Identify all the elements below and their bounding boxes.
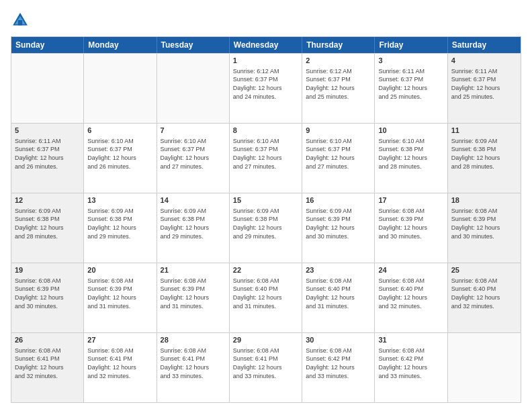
day-info: Sunrise: 6:08 AM Sunset: 6:42 PM Dayligh… [378,347,443,380]
day-header-wednesday: Wednesday [230,37,302,53]
day-info: Sunrise: 6:08 AM Sunset: 6:41 PM Dayligh… [161,347,226,380]
day-cell-3: 3Sunrise: 6:11 AM Sunset: 6:37 PM Daylig… [375,54,447,123]
day-cell-13: 13Sunrise: 6:09 AM Sunset: 6:38 PM Dayli… [84,193,157,263]
calendar-row-5: 26Sunrise: 6:08 AM Sunset: 6:41 PM Dayli… [11,332,521,402]
page-header [11,11,521,30]
day-info: Sunrise: 6:10 AM Sunset: 6:38 PM Dayligh… [378,137,443,171]
day-number: 4 [451,56,517,66]
calendar-header-row: SundayMondayTuesdayWednesdayThursdayFrid… [11,37,521,53]
day-number: 7 [161,126,226,136]
day-info: Sunrise: 6:12 AM Sunset: 6:37 PM Dayligh… [306,67,371,101]
day-cell-26: 26Sunrise: 6:08 AM Sunset: 6:41 PM Dayli… [11,333,84,402]
day-info: Sunrise: 6:08 AM Sunset: 6:41 PM Dayligh… [87,347,152,380]
day-info: Sunrise: 6:10 AM Sunset: 6:37 PM Dayligh… [87,137,152,171]
day-header-saturday: Saturday [448,37,521,53]
day-info: Sunrise: 6:09 AM Sunset: 6:38 PM Dayligh… [233,207,298,240]
day-cell-27: 27Sunrise: 6:08 AM Sunset: 6:41 PM Dayli… [84,333,157,402]
day-cell-1: 1Sunrise: 6:12 AM Sunset: 6:37 PM Daylig… [230,54,302,123]
day-info: Sunrise: 6:08 AM Sunset: 6:40 PM Dayligh… [233,277,298,310]
calendar-body: 1Sunrise: 6:12 AM Sunset: 6:37 PM Daylig… [11,53,521,402]
empty-cell-0-0 [11,54,84,123]
day-cell-30: 30Sunrise: 6:08 AM Sunset: 6:42 PM Dayli… [302,333,375,402]
day-number: 27 [87,335,152,345]
day-cell-31: 31Sunrise: 6:08 AM Sunset: 6:42 PM Dayli… [375,333,447,402]
day-number: 25 [451,265,517,275]
day-cell-17: 17Sunrise: 6:08 AM Sunset: 6:39 PM Dayli… [375,193,447,263]
day-cell-20: 20Sunrise: 6:08 AM Sunset: 6:39 PM Dayli… [84,263,157,332]
logo-icon [11,11,30,30]
day-number: 21 [161,265,226,275]
calendar: SundayMondayTuesdayWednesdayThursdayFrid… [11,36,521,403]
day-info: Sunrise: 6:08 AM Sunset: 6:40 PM Dayligh… [306,277,371,310]
day-number: 31 [378,335,443,345]
day-info: Sunrise: 6:08 AM Sunset: 6:39 PM Dayligh… [161,277,226,310]
day-number: 2 [306,56,371,66]
day-info: Sunrise: 6:09 AM Sunset: 6:38 PM Dayligh… [15,207,80,240]
day-info: Sunrise: 6:08 AM Sunset: 6:39 PM Dayligh… [87,277,152,310]
day-number: 30 [306,335,371,345]
day-number: 5 [15,126,80,136]
day-header-tuesday: Tuesday [157,37,230,53]
day-header-friday: Friday [375,37,447,53]
day-cell-12: 12Sunrise: 6:09 AM Sunset: 6:38 PM Dayli… [11,193,84,263]
day-header-thursday: Thursday [302,37,375,53]
calendar-row-3: 12Sunrise: 6:09 AM Sunset: 6:38 PM Dayli… [11,193,521,263]
day-info: Sunrise: 6:09 AM Sunset: 6:38 PM Dayligh… [451,137,517,171]
day-cell-8: 8Sunrise: 6:10 AM Sunset: 6:37 PM Daylig… [230,124,302,193]
day-info: Sunrise: 6:11 AM Sunset: 6:37 PM Dayligh… [378,67,443,101]
day-info: Sunrise: 6:10 AM Sunset: 6:37 PM Dayligh… [161,137,226,171]
day-number: 9 [306,126,371,136]
day-number: 16 [306,195,371,205]
empty-cell-0-2 [157,54,230,123]
day-number: 12 [15,195,80,205]
day-info: Sunrise: 6:10 AM Sunset: 6:37 PM Dayligh… [233,137,298,171]
day-cell-21: 21Sunrise: 6:08 AM Sunset: 6:39 PM Dayli… [157,263,230,332]
day-number: 26 [15,335,80,345]
day-number: 14 [161,195,226,205]
day-cell-28: 28Sunrise: 6:08 AM Sunset: 6:41 PM Dayli… [157,333,230,402]
day-cell-23: 23Sunrise: 6:08 AM Sunset: 6:40 PM Dayli… [302,263,375,332]
day-number: 24 [378,265,443,275]
day-info: Sunrise: 6:08 AM Sunset: 6:41 PM Dayligh… [15,347,80,380]
day-number: 3 [378,56,443,66]
day-cell-10: 10Sunrise: 6:10 AM Sunset: 6:38 PM Dayli… [375,124,447,193]
day-cell-2: 2Sunrise: 6:12 AM Sunset: 6:37 PM Daylig… [302,54,375,123]
day-number: 1 [233,56,298,66]
day-number: 20 [87,265,152,275]
day-header-monday: Monday [84,37,157,53]
day-info: Sunrise: 6:09 AM Sunset: 6:39 PM Dayligh… [306,207,371,240]
day-info: Sunrise: 6:08 AM Sunset: 6:40 PM Dayligh… [378,277,443,310]
day-cell-18: 18Sunrise: 6:08 AM Sunset: 6:39 PM Dayli… [448,193,521,263]
logo [11,11,32,30]
day-cell-5: 5Sunrise: 6:11 AM Sunset: 6:37 PM Daylig… [11,124,84,193]
day-cell-19: 19Sunrise: 6:08 AM Sunset: 6:39 PM Dayli… [11,263,84,332]
day-cell-9: 9Sunrise: 6:10 AM Sunset: 6:37 PM Daylig… [302,124,375,193]
day-info: Sunrise: 6:08 AM Sunset: 6:39 PM Dayligh… [451,207,517,240]
day-number: 19 [15,265,80,275]
day-cell-6: 6Sunrise: 6:10 AM Sunset: 6:37 PM Daylig… [84,124,157,193]
day-cell-16: 16Sunrise: 6:09 AM Sunset: 6:39 PM Dayli… [302,193,375,263]
calendar-row-2: 5Sunrise: 6:11 AM Sunset: 6:37 PM Daylig… [11,123,521,193]
day-info: Sunrise: 6:08 AM Sunset: 6:41 PM Dayligh… [233,347,298,380]
day-info: Sunrise: 6:08 AM Sunset: 6:39 PM Dayligh… [15,277,80,310]
day-number: 29 [233,335,298,345]
day-number: 18 [451,195,517,205]
day-info: Sunrise: 6:10 AM Sunset: 6:37 PM Dayligh… [306,137,371,171]
day-cell-11: 11Sunrise: 6:09 AM Sunset: 6:38 PM Dayli… [448,124,521,193]
day-cell-14: 14Sunrise: 6:09 AM Sunset: 6:38 PM Dayli… [157,193,230,263]
day-number: 10 [378,126,443,136]
day-number: 15 [233,195,298,205]
day-info: Sunrise: 6:09 AM Sunset: 6:38 PM Dayligh… [87,207,152,240]
calendar-row-4: 19Sunrise: 6:08 AM Sunset: 6:39 PM Dayli… [11,263,521,332]
day-number: 6 [87,126,152,136]
day-cell-29: 29Sunrise: 6:08 AM Sunset: 6:41 PM Dayli… [230,333,302,402]
calendar-row-1: 1Sunrise: 6:12 AM Sunset: 6:37 PM Daylig… [11,53,521,123]
day-info: Sunrise: 6:12 AM Sunset: 6:37 PM Dayligh… [233,67,298,101]
day-info: Sunrise: 6:11 AM Sunset: 6:37 PM Dayligh… [15,137,80,171]
day-number: 17 [378,195,443,205]
day-info: Sunrise: 6:08 AM Sunset: 6:42 PM Dayligh… [306,347,371,380]
empty-cell-0-1 [84,54,157,123]
day-number: 13 [87,195,152,205]
day-number: 8 [233,126,298,136]
day-cell-25: 25Sunrise: 6:08 AM Sunset: 6:40 PM Dayli… [448,263,521,332]
